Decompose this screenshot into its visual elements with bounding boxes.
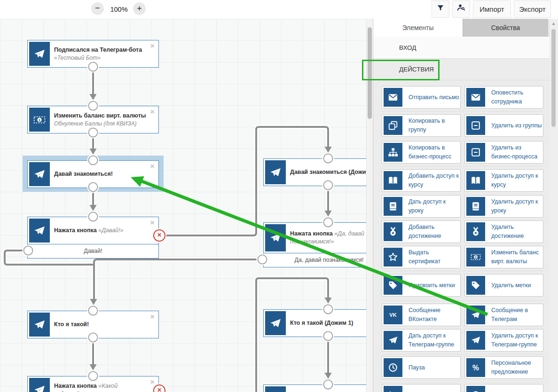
palette-separator [382,354,543,354]
percent-icon: % [466,358,485,377]
zoom-out-button[interactable]: − [91,2,104,15]
palette-item-label: Удалить доступ к уроку [489,196,543,217]
palette-item-label: Дать доступ к Телеграм-группе [407,329,460,351]
palette-item[interactable]: Копировать в бизнес-процесс [382,141,461,164]
palette-item-label: Удалить доступ к курсу [489,170,543,191]
medal-icon [384,222,402,241]
palette-item[interactable]: Оповестить сотрудника [464,86,543,109]
section-actions[interactable]: ДЕЙСТВИЯ [373,59,550,80]
sidebar-scrollbar: ▲ [550,19,558,392]
palette-item[interactable]: Удалить доступ к Телеграм-группе [464,329,543,352]
palette-item[interactable]: Сообщение в Телеграм [464,304,543,326]
filter-icon [437,1,444,17]
canvas-scrollbar-thumb[interactable] [368,27,372,119]
palette-item-label: Создать заявку [407,384,460,392]
palette-separator [382,300,543,301]
tab-elements[interactable]: Элементы [373,19,463,37]
sidebar-scrollbar-thumb[interactable] [551,29,556,127]
palette-item[interactable]: Удалить из группы [464,114,543,137]
open-book-icon [466,171,485,190]
palette-item[interactable]: Удалить достижение [464,220,543,243]
palette-item[interactable]: %Персональное предложение [464,356,543,379]
scroll-up-icon[interactable]: ▲ [551,21,556,26]
import-button[interactable]: Импорт [473,0,511,18]
palette-item[interactable]: VKСообщение ВКонтакте [382,304,461,326]
filter-button[interactable] [432,0,449,18]
medal-icon [466,222,485,241]
minus-square-icon [466,143,485,162]
toolbar: − 100% + Импорт Экспорт [0,0,558,19]
zoom-in-button[interactable]: + [133,2,146,15]
palette-item[interactable]: 0Изменить баланс вирт. валюты [464,246,543,268]
error-output-icon[interactable]: ✕ [153,384,165,392]
palette-item-label: Копировать в бизнес-процесс [407,141,460,163]
palette-item[interactable]: Копировать в группу [382,114,461,137]
zoom-level: 100% [106,6,132,13]
palette-item-label: Изменить баланс вирт. валюты [489,246,543,268]
telegram-icon [384,331,402,350]
lesson-book-icon [384,197,402,216]
flow-canvas[interactable]: Подписался на Телеграм-бота«Тестовый Бот… [0,19,366,392]
palette-item[interactable]: Добавить доступ к курсу [382,169,461,192]
svg-text:0: 0 [475,256,477,259]
palette-item-label: Удалить достижение [489,221,543,243]
copy-icon [384,116,402,135]
phone-icon [384,386,402,392]
error-output-icon[interactable]: ✕ [153,229,165,242]
palette-item[interactable]: Удалить доступ к курсу [464,169,543,192]
palette-item-label: Удалить из группы [489,115,543,136]
mail-icon [466,88,485,107]
export-button[interactable]: Экспорт [514,0,551,18]
tag-icon [466,276,485,295]
svg-text:%: % [472,364,479,372]
palette-item[interactable]: Дать доступ к уроку [382,195,461,218]
minus-square-icon [466,116,485,135]
palette-item-label: Добавить доступ к курсу [407,170,460,191]
star-icon [384,248,402,267]
palette-item[interactable]: Удалить из бизнес-процесса [464,141,543,164]
palette-item-label: Выдать сертификат [407,246,460,268]
extras-layer: ✕✕ [0,19,366,392]
open-book-icon [384,171,402,190]
palette-item[interactable]: Присвоить метки [382,274,461,297]
palette-item-label: Удалить метки [489,274,543,296]
palette-item[interactable]: Пауза [382,356,461,379]
palette-item[interactable]: Выдать сертификат [382,246,461,268]
palette-item[interactable]: Удалить доступ к уроку [464,195,543,218]
palette-item-label: Копировать в группу [407,115,460,136]
clock-icon [384,358,402,377]
palette-item-label: Присвоить метки [407,274,460,296]
sitemap-icon [384,143,402,162]
palette-item-label: Сообщение в Телеграм [489,304,543,326]
canvas-scrollbar [366,19,373,392]
palette-separator [382,166,543,166]
palette-item-label: Сообщение ВКонтакте [407,304,460,326]
palette-item[interactable]: smsОтправить СМС [464,384,543,392]
section-input[interactable]: ВХОД [373,37,550,59]
palette-item-label: Добавить достижение [407,221,460,243]
palette-item-label: Отправить СМС [489,384,543,392]
tag-icon [384,276,402,295]
palette-separator [382,271,543,271]
lesson-book-icon [466,197,485,216]
palette-item-label: Персональное предложение [489,357,543,378]
palette-item-label: Оповестить сотрудника [489,86,543,108]
palette-item-label: Отправить письмо [407,86,460,108]
palette-item-label: Пауза [407,357,460,378]
user-search-button[interactable] [452,0,470,18]
sms-icon: sms [466,386,485,392]
palette-separator [382,111,543,111]
person-search-icon [457,1,465,17]
palette-item[interactable]: Создать заявку [382,384,461,392]
telegram-icon [466,331,485,350]
vk-icon: VK [384,306,402,324]
palette-item-label: Удалить из бизнес-процесса [489,141,543,163]
flow-builder-app: Подписался на Телеграм-бота«Тестовый Бот… [0,0,558,392]
palette-item[interactable]: Удалить метки [464,274,543,297]
tab-properties[interactable]: Свойства [463,19,548,37]
palette-item[interactable]: Добавить достижение [382,220,461,243]
palette-item[interactable]: Отправить письмо [382,86,461,109]
mail-icon [384,88,402,107]
palette-item[interactable]: Дать доступ к Телеграм-группе [382,329,461,352]
palette-item-label: Удалить доступ к Телеграм-группе [489,329,543,351]
